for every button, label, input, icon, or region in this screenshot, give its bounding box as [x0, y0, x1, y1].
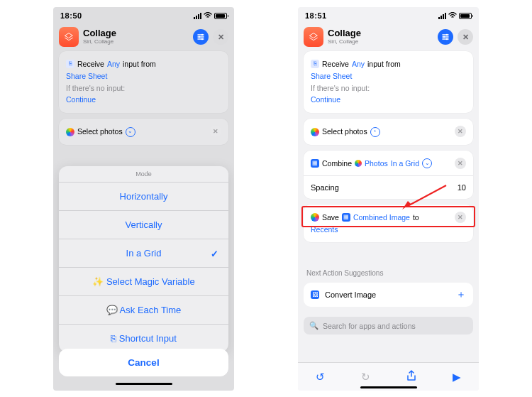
- phone-left: 18:50 Collage Siri, Collage ✕ ⎘ Receive …: [53, 7, 234, 391]
- combine-mode[interactable]: In a Grid: [391, 158, 419, 170]
- cell-signal-icon: [438, 13, 446, 19]
- no-input-label: If there's no input:: [66, 82, 125, 94]
- shortcut-header: Collage Siri, Collage ✕: [298, 23, 479, 51]
- cancel-button[interactable]: Cancel: [59, 349, 228, 376]
- share-sheet-link[interactable]: Share Sheet: [311, 70, 352, 82]
- phone-right: 18:51 Collage Siri, Collage ✕ ⎘ Receive …: [298, 7, 479, 391]
- settings-button[interactable]: [193, 29, 209, 45]
- home-indicator: [360, 386, 417, 389]
- combine-verb: Combine: [322, 158, 352, 170]
- suggestion-label: Convert Image: [325, 290, 376, 299]
- input-icon: ⎘: [66, 60, 74, 68]
- sheet-title: Mode: [59, 166, 228, 183]
- battery-icon: [214, 13, 227, 19]
- svg-point-2: [201, 38, 204, 40]
- search-icon: 🔍: [309, 321, 318, 330]
- svg-line-6: [406, 185, 446, 207]
- combine-photos[interactable]: Photos: [365, 158, 388, 170]
- spacing-value[interactable]: 10: [458, 183, 466, 192]
- cell-signal-icon: [194, 13, 201, 19]
- convert-image-icon: 🖼: [311, 290, 319, 299]
- shortcut-subtitle: Siri, Collage: [328, 39, 433, 45]
- shortcut-app-icon: [59, 27, 79, 47]
- continue-link[interactable]: Continue: [66, 94, 96, 106]
- sheet-item-ask-each-time[interactable]: 💬 Ask Each Time: [59, 296, 228, 325]
- svg-point-4: [443, 36, 445, 38]
- expand-icon[interactable]: ⌄: [126, 127, 135, 137]
- status-bar: 18:51: [298, 7, 479, 23]
- shortcut-title: Collage: [328, 28, 433, 38]
- shortcut-title: Collage: [83, 28, 189, 38]
- delete-action-button[interactable]: ✕: [455, 158, 466, 169]
- close-button[interactable]: ✕: [458, 29, 473, 45]
- check-icon: ✓: [211, 248, 218, 259]
- photos-icon: [66, 128, 74, 136]
- share-sheet-link[interactable]: Share Sheet: [66, 70, 107, 82]
- sheet-item-label: In a Grid: [126, 248, 162, 259]
- expand-icon[interactable]: ›: [370, 127, 380, 137]
- battery-icon: [459, 13, 472, 19]
- photos-icon: [311, 128, 319, 136]
- sheet-item-in-a-grid[interactable]: In a Grid ✓: [59, 239, 228, 268]
- suggestions-title: Next Action Suggestions: [304, 266, 473, 277]
- shortcut-app-icon: [304, 27, 323, 47]
- collapse-icon[interactable]: ⌄: [422, 158, 432, 168]
- run-button[interactable]: ▶: [453, 371, 461, 384]
- receive-card: ⎘ Receive Any input from Share Sheet If …: [59, 51, 228, 113]
- select-photos-label: Select photos: [77, 126, 123, 138]
- photos-icon: [355, 160, 362, 167]
- search-input[interactable]: 🔍 Search for apps and actions: [304, 317, 473, 335]
- receive-any[interactable]: Any: [107, 58, 120, 70]
- no-input-label: If there's no input:: [311, 82, 370, 94]
- shortcut-header: Collage Siri, Collage ✕: [53, 23, 234, 51]
- spacing-label: Spacing: [311, 183, 339, 192]
- share-button[interactable]: [406, 370, 416, 384]
- receive-card: ⎘ Receive Any input from Share Sheet If …: [304, 51, 473, 113]
- shortcut-subtitle: Siri, Collage: [83, 39, 189, 45]
- search-placeholder: Search for apps and actions: [323, 322, 416, 330]
- sheet-item-vertically[interactable]: Vertically: [59, 211, 228, 239]
- annotation-arrow-icon: [401, 183, 450, 211]
- select-photos-card[interactable]: ✕ Select photos ⌄: [59, 119, 228, 145]
- status-time: 18:50: [60, 11, 82, 20]
- redo-button: ↻: [361, 371, 370, 384]
- suggestion-convert-image[interactable]: 🖼 Convert Image ＋: [304, 283, 473, 307]
- select-photos-card[interactable]: ✕ Select photos ›: [304, 119, 473, 145]
- close-button[interactable]: ✕: [213, 29, 228, 45]
- status-bar: 18:50: [53, 7, 234, 23]
- wifi-icon: [204, 12, 212, 20]
- add-suggestion-icon[interactable]: ＋: [456, 288, 466, 301]
- sheet-item-magic-variable[interactable]: ✨ Select Magic Variable: [59, 268, 228, 296]
- receive-suffix: input from: [123, 58, 156, 70]
- svg-point-1: [199, 36, 201, 38]
- receive-prefix: Receive: [322, 58, 349, 70]
- mode-action-sheet: Mode Horizontally Vertically In a Grid ✓…: [59, 166, 228, 352]
- input-icon: ⎘: [311, 60, 319, 68]
- home-indicator: [116, 383, 172, 386]
- continue-link[interactable]: Continue: [311, 94, 340, 106]
- svg-point-5: [446, 38, 448, 40]
- receive-any[interactable]: Any: [352, 58, 365, 70]
- select-photos-label: Select photos: [322, 126, 367, 138]
- receive-prefix: Receive: [77, 58, 104, 70]
- sheet-item-horizontally[interactable]: Horizontally: [59, 183, 228, 211]
- settings-button[interactable]: [438, 29, 453, 45]
- receive-suffix: input from: [367, 58, 401, 70]
- svg-point-0: [201, 34, 204, 36]
- status-time: 18:51: [305, 11, 327, 20]
- combine-icon: ▦: [311, 159, 319, 168]
- undo-button[interactable]: ↺: [316, 371, 325, 384]
- svg-point-3: [446, 34, 448, 36]
- wifi-icon: [448, 12, 457, 20]
